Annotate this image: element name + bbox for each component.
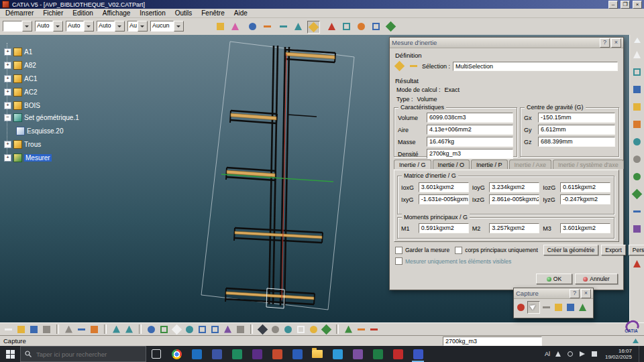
hole-icon[interactable] (631, 154, 643, 165)
show-desktop-button[interactable] (639, 346, 643, 362)
expand-toggle[interactable]: + (4, 141, 11, 148)
plane-icon[interactable] (631, 206, 643, 217)
chamfer-icon[interactable] (631, 188, 643, 200)
line-weight-combo[interactable]: Auto (66, 21, 94, 32)
point-symbol-combo[interactable]: Auto (97, 21, 125, 32)
minimize-button[interactable]: – (608, 1, 618, 9)
expand-toggle[interactable]: + (4, 88, 11, 96)
magnifier-icon[interactable] (370, 21, 382, 32)
tree-item-mesurer[interactable]: Mesurer (24, 154, 52, 162)
swap-visible-space-icon[interactable] (321, 324, 332, 335)
fill-color-icon[interactable] (215, 21, 226, 32)
cut-icon[interactable] (63, 324, 74, 335)
measure-item-icon[interactable] (292, 21, 304, 32)
knowledge-icon[interactable] (247, 21, 258, 32)
line-type-combo[interactable]: Auto (35, 21, 63, 32)
search-input[interactable] (35, 350, 138, 359)
select-icon[interactable] (631, 49, 643, 60)
chevron-down-icon[interactable] (22, 21, 32, 32)
m3-field[interactable]: 3.601kgxm2 (560, 223, 610, 233)
volume-icon[interactable] (578, 350, 586, 358)
chevron-up-icon[interactable] (554, 350, 562, 358)
toolbar-overflow-icon[interactable] (634, 38, 641, 43)
record-icon[interactable] (515, 302, 527, 313)
vscode-button[interactable] (327, 346, 347, 362)
excel-button[interactable] (368, 346, 388, 362)
image-capture-icon[interactable] (565, 302, 576, 313)
pocket-icon[interactable] (631, 119, 643, 130)
volume-field[interactable]: 6099.038cm3 (427, 113, 513, 123)
m2-field[interactable]: 3.257kgxm2 (489, 223, 539, 233)
mirror-icon[interactable] (631, 223, 643, 235)
fit-all-icon[interactable] (158, 324, 170, 335)
maximize-button[interactable]: ❐ (621, 1, 630, 9)
capture-titlebar[interactable]: Capture ? × (514, 288, 593, 299)
taskbar-search[interactable] (20, 346, 146, 362)
rotate-icon[interactable] (184, 324, 195, 335)
album-icon[interactable] (553, 302, 564, 313)
menu-edition[interactable]: Edition (72, 9, 93, 17)
create-geometry-button[interactable]: Créer la géométrie (543, 245, 598, 255)
ixyg-field[interactable]: -1.631e-005kgxm2 (419, 194, 469, 204)
network-icon[interactable] (590, 350, 598, 358)
word-button[interactable] (287, 346, 307, 362)
sharepoint-button[interactable] (227, 346, 247, 362)
cancel-button[interactable]: Annuler (575, 274, 618, 284)
measure-inertia-icon[interactable] (307, 21, 320, 34)
paste-icon[interactable] (89, 324, 100, 335)
density-field[interactable]: 2700kg_m3 (427, 149, 513, 159)
tree-item-trous[interactable]: Trous (24, 141, 41, 148)
graph-capture-icon[interactable] (577, 302, 588, 313)
expand-toggle[interactable]: + (4, 75, 11, 82)
powerpoint-button[interactable] (267, 346, 287, 362)
gz-field[interactable]: 688.399mm (538, 137, 615, 147)
menu-fenetre[interactable]: Fenêtre (201, 9, 224, 17)
select-pointer-icon[interactable] (527, 301, 540, 314)
print-icon[interactable] (41, 324, 52, 335)
main-bodies-checkbox[interactable] (455, 247, 462, 254)
collapse-toggle[interactable]: − (4, 114, 11, 121)
redo-icon[interactable] (123, 324, 135, 335)
open-icon[interactable] (15, 324, 27, 335)
knowledge-status-icon[interactable] (619, 337, 629, 345)
save-icon[interactable] (28, 324, 40, 335)
outlook-button[interactable] (186, 346, 207, 362)
axis-icon[interactable] (631, 258, 643, 269)
area-field[interactable]: 4.13e+006mm2 (427, 125, 513, 135)
layer-combo[interactable]: Aucun (150, 21, 184, 32)
mass-field[interactable]: 16.467kg (427, 137, 513, 147)
catia-taskbar-button[interactable] (408, 346, 428, 362)
capture-close-button[interactable]: × (581, 289, 591, 298)
tree-item-ac2[interactable]: AC2 (24, 88, 37, 96)
graph-tree-icon[interactable] (356, 324, 367, 335)
taskbar-clock[interactable]: 16:07 19/02/2025 (605, 348, 632, 360)
menu-affichage[interactable]: Affichage (103, 9, 131, 17)
inertia-mode-icon[interactable] (394, 60, 405, 72)
onenote-button[interactable] (247, 346, 267, 362)
gy-field[interactable]: 6.612mm (538, 125, 615, 135)
tab-inertie-g[interactable]: Inertie / G (394, 160, 431, 169)
task-view-button[interactable] (146, 346, 166, 362)
tab-inertie-p[interactable]: Inertie / P (471, 160, 508, 169)
zoom-out-icon[interactable] (209, 324, 221, 335)
grid-icon[interactable] (341, 21, 352, 32)
m1-field[interactable]: 0.591kgxm2 (419, 223, 469, 233)
iyzg-field[interactable]: -0.247kgxm2 (560, 194, 610, 204)
tree-item-a82[interactable]: A82 (24, 62, 36, 69)
copy-icon[interactable] (76, 324, 87, 335)
tree-item-esquisse[interactable]: Esquisse.20 (27, 127, 63, 135)
dialog-titlebar[interactable]: Mesure d'inertie ? × (390, 38, 623, 48)
normal-view-icon[interactable] (222, 324, 233, 335)
paintbrush-icon[interactable] (229, 21, 241, 32)
ioyg-field[interactable]: 3.234kgxm2 (489, 182, 539, 192)
export-button[interactable]: Export (601, 245, 626, 255)
chevron-down-icon[interactable] (115, 21, 125, 32)
menu-fichier[interactable]: Fichier (43, 9, 63, 17)
expand-toggle[interactable]: + (4, 102, 11, 109)
shading-icon[interactable] (270, 324, 281, 335)
chevron-down-icon[interactable] (53, 21, 63, 32)
dialog-close-button[interactable]: × (611, 38, 621, 48)
pad-icon[interactable] (631, 101, 643, 113)
gx-field[interactable]: -150.15mm (538, 113, 615, 123)
wireframe-icon[interactable] (295, 324, 307, 335)
